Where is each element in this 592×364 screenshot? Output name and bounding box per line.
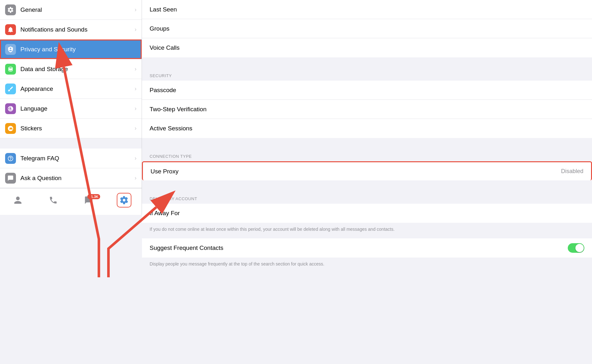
ask-icon (5, 173, 16, 184)
bottom-bar-contacts[interactable] (5, 195, 31, 205)
main-content: Last Seen Groups Voice Calls SECURITY Pa… (142, 0, 592, 364)
person-icon (13, 195, 23, 205)
bottom-bar-settings[interactable] (111, 193, 137, 207)
sidebar-item-privacy-label: Privacy and Security (20, 46, 137, 53)
chats-badge: 31.3K (87, 194, 100, 199)
sidebar-item-faq[interactable]: Telegram FAQ › (0, 149, 142, 168)
delete-header: DELETE MY ACCOUNT (142, 191, 592, 204)
setting-row-passcode[interactable]: Passcode (142, 81, 592, 100)
sidebar-item-privacy[interactable]: Privacy and Security (0, 40, 142, 59)
voice-calls-label: Voice Calls (150, 44, 584, 51)
security-header: SECURITY (142, 68, 592, 81)
passcode-label: Passcode (150, 87, 584, 94)
privacy-items-group: Last Seen Groups Voice Calls (142, 0, 592, 57)
appearance-icon (5, 84, 16, 94)
language-icon (5, 103, 16, 114)
use-proxy-value: Disabled (561, 168, 583, 175)
sidebar-item-appearance-label: Appearance (20, 85, 135, 92)
delete-description: If you do not come online at least once … (142, 223, 592, 238)
groups-label: Groups (150, 25, 584, 32)
faq-icon (5, 153, 16, 164)
if-away-label: If Away For (150, 210, 584, 217)
general-icon (5, 4, 16, 15)
setting-row-two-step[interactable]: Two-Step Verification (142, 100, 592, 119)
chevron-icon: › (135, 66, 137, 72)
suggest-contacts-toggle[interactable] (568, 243, 584, 253)
setting-row-groups[interactable]: Groups (142, 19, 592, 38)
sidebar-item-faq-label: Telegram FAQ (20, 155, 135, 162)
sidebar-item-ask[interactable]: Ask a Question › (0, 168, 142, 188)
delete-group: If Away For (142, 204, 592, 223)
sidebar-item-notifications-label: Notifications and Sounds (20, 26, 135, 33)
notifications-icon (5, 24, 16, 35)
chevron-icon: › (135, 125, 137, 132)
sidebar: General › Notifications and Sounds › Pri… (0, 0, 142, 364)
sidebar-item-stickers-label: Stickers (20, 125, 135, 132)
setting-row-voice-calls[interactable]: Voice Calls (142, 38, 592, 57)
sidebar-gap (0, 138, 142, 149)
connection-header: CONNECTION TYPE (142, 148, 592, 161)
gap3 (142, 180, 592, 191)
sidebar-item-language-label: Language (20, 105, 135, 112)
bottom-bar: 31.3K (0, 188, 142, 215)
suggest-contacts-group: Suggest Frequent Contacts (142, 238, 592, 258)
bottom-bar-chats[interactable]: 31.3K (76, 195, 101, 205)
settings-gear-icon (119, 195, 129, 205)
setting-row-suggest-contacts[interactable]: Suggest Frequent Contacts (142, 238, 592, 258)
last-seen-label: Last Seen (150, 6, 584, 13)
sidebar-item-data[interactable]: Data and Storage › (0, 59, 142, 79)
toggle-knob (575, 244, 584, 252)
setting-row-use-proxy[interactable]: Use Proxy Disabled (142, 161, 592, 180)
data-icon (5, 64, 16, 75)
suggest-contacts-label: Suggest Frequent Contacts (150, 244, 568, 251)
two-step-label: Two-Step Verification (150, 106, 584, 113)
sidebar-list: General › Notifications and Sounds › Pri… (0, 0, 142, 188)
chevron-icon: › (135, 6, 137, 13)
chevron-icon: › (135, 105, 137, 112)
bottom-bar-calls[interactable] (41, 195, 66, 205)
connection-group: Use Proxy Disabled (142, 161, 592, 180)
setting-row-if-away[interactable]: If Away For (142, 204, 592, 223)
sidebar-item-ask-label: Ask a Question (20, 175, 135, 182)
setting-row-last-seen[interactable]: Last Seen (142, 0, 592, 19)
chevron-icon: › (135, 85, 137, 92)
privacy-icon (5, 44, 16, 55)
sidebar-item-stickers[interactable]: Stickers › (0, 119, 142, 138)
gap2 (142, 138, 592, 148)
active-sessions-label: Active Sessions (150, 125, 584, 132)
sidebar-item-general-label: General (20, 6, 135, 13)
setting-row-active-sessions[interactable]: Active Sessions (142, 119, 592, 138)
settings-tab-border (117, 193, 131, 207)
security-group: Passcode Two-Step Verification Active Se… (142, 81, 592, 138)
chevron-icon: › (135, 155, 137, 162)
sidebar-container: General › Notifications and Sounds › Pri… (0, 0, 142, 215)
chevron-icon: › (135, 26, 137, 33)
phone-icon (48, 195, 58, 205)
stickers-icon (5, 123, 16, 134)
gap1 (142, 57, 592, 68)
sidebar-item-data-label: Data and Storage (20, 66, 135, 73)
chevron-icon: › (135, 175, 137, 181)
sidebar-item-general[interactable]: General › (0, 0, 142, 20)
use-proxy-label: Use Proxy (151, 168, 561, 175)
suggest-contacts-description: Display people you message frequently at… (142, 258, 592, 273)
sidebar-item-notifications[interactable]: Notifications and Sounds › (0, 20, 142, 40)
sidebar-item-language[interactable]: Language › (0, 99, 142, 119)
sidebar-item-appearance[interactable]: Appearance › (0, 79, 142, 99)
